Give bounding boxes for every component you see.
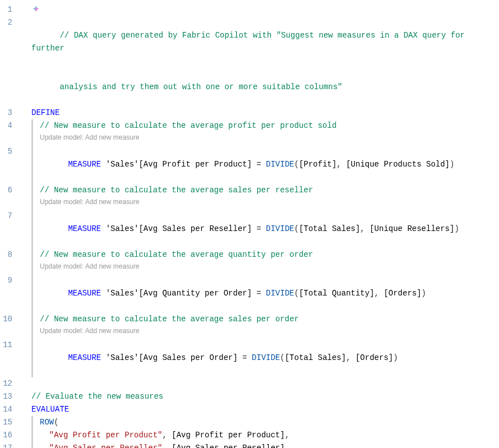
line-number: 8 <box>0 248 19 261</box>
code-line: 16 "Avg Profit per Product", [Avg Profit… <box>0 429 499 442</box>
code-line: 15 ROW( <box>0 416 499 429</box>
code-editor[interactable]: 1 2 // DAX query generated by Fabric Cop <box>0 3 499 448</box>
code-line: 12 <box>0 377 499 390</box>
line-number: 10 <box>0 313 19 326</box>
code-line: 2 // DAX query generated by Fabric Copil… <box>0 16 499 68</box>
line-number: 14 <box>0 403 19 416</box>
code-line-wrap: analysis and try them out with one or mo… <box>0 68 499 107</box>
line-number: 3 <box>0 107 19 119</box>
line-number: 9 <box>0 274 19 287</box>
code-lens[interactable]: Update model: Add new measure <box>0 261 499 274</box>
code-line: 17 "Avg Sales per Reseller", [Avg Sales … <box>0 442 499 448</box>
code-line: 8 // New measure to calculate the averag… <box>0 248 499 261</box>
code-line: 10 // New measure to calculate the avera… <box>0 313 499 326</box>
copilot-icon[interactable] <box>31 3 40 16</box>
code-line: 1 <box>0 3 499 16</box>
code-lens[interactable]: Update model: Add new measure <box>0 132 499 145</box>
line-number: 16 <box>0 429 19 442</box>
line-number: 6 <box>0 184 19 197</box>
line-number: 1 <box>0 3 19 16</box>
code-line: 5 MEASURE 'Sales'[Avg Profit per Product… <box>0 145 499 184</box>
code-line: 11 MEASURE 'Sales'[Avg Sales per Order] … <box>0 339 499 377</box>
code-line: 14 EVALUATE <box>0 403 499 416</box>
line-number: 15 <box>0 416 19 429</box>
line-number: 17 <box>0 442 19 448</box>
line-number: 11 <box>0 339 19 352</box>
line-number: 4 <box>0 119 19 132</box>
line-number: 5 <box>0 145 19 158</box>
code-line: 13 // Evaluate the new measures <box>0 390 499 403</box>
line-number: 13 <box>0 390 19 403</box>
code-line: 6 // New measure to calculate the averag… <box>0 184 499 197</box>
line-number: 7 <box>0 210 19 223</box>
line-number: 2 <box>0 16 19 29</box>
code-line: 4 // New measure to calculate the averag… <box>0 119 499 132</box>
code-lens[interactable]: Update model: Add new measure <box>0 197 499 210</box>
code-line: 9 MEASURE 'Sales'[Avg Quantity per Order… <box>0 274 499 313</box>
code-line: 3 DEFINE <box>0 107 499 119</box>
line-number: 12 <box>0 377 19 390</box>
code-lens[interactable]: Update model: Add new measure <box>0 326 499 339</box>
code-line: 7 MEASURE 'Sales'[Avg Sales per Reseller… <box>0 210 499 248</box>
